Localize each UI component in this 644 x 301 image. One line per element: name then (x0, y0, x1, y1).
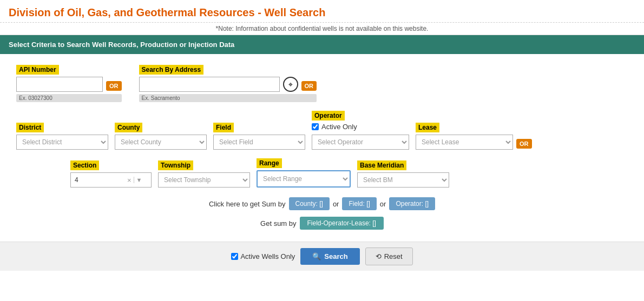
search-button[interactable]: 🔍 Search (300, 248, 359, 265)
township-select[interactable]: Select Township (158, 172, 250, 188)
operator-active-only-checkbox[interactable] (312, 123, 319, 130)
range-label: Range (257, 158, 282, 168)
reset-button[interactable]: ⟲ Reset (365, 248, 413, 265)
sum-or-1: or (333, 200, 339, 208)
address-hint: Ex. Sacramento (139, 94, 317, 102)
geo-locate-button[interactable]: ⌖ (283, 77, 298, 92)
township-label: Township (158, 160, 193, 170)
lease-select[interactable]: Select Lease (416, 135, 513, 150)
county-select[interactable]: Select County (115, 135, 207, 150)
sum-prefix-2: Get sum by (260, 219, 296, 228)
section-input[interactable] (71, 173, 125, 187)
sum-fol-button[interactable]: Field-Operator-Lease: [] (300, 217, 384, 230)
sum-or-2: or (380, 200, 386, 208)
active-wells-label[interactable]: Active Wells Only (231, 252, 295, 260)
range-select[interactable]: Select Range (258, 171, 350, 186)
operator-label: Operator (312, 111, 345, 121)
api-hint: Ex. 03027300 (16, 94, 122, 102)
sum-county-button[interactable]: County: [] (289, 197, 330, 210)
address-label: Search By Address (139, 65, 204, 75)
field-select[interactable]: Select Field (213, 135, 305, 150)
operator-active-only-label: Active Only (321, 123, 357, 131)
criteria-bar: Select Criteria to Search Well Records, … (0, 35, 644, 54)
search-label: Search (324, 252, 347, 260)
base-meridian-label: Base Meridian (357, 160, 406, 170)
address-input[interactable] (139, 77, 280, 92)
api-or-badge: OR (106, 81, 122, 91)
county-label: County (115, 123, 142, 132)
search-icon: 🔍 (312, 252, 321, 260)
address-or-badge: OR (301, 81, 317, 91)
range-select-wrap: Select Range (257, 170, 351, 188)
footer-bar: Active Wells Only 🔍 Search ⟲ Reset (0, 242, 644, 271)
sum-operator-button[interactable]: Operator: [] (389, 197, 435, 210)
district-label: District (16, 123, 44, 132)
sum-field-button[interactable]: Field: [] (342, 197, 376, 210)
lease-label: Lease (416, 123, 439, 132)
api-number-label: API Number (16, 65, 59, 75)
reset-label: Reset (384, 252, 403, 260)
section-dropdown-icon[interactable]: ▼ (134, 177, 144, 183)
api-number-input[interactable] (16, 77, 103, 92)
field-label: Field (213, 123, 234, 132)
reset-icon: ⟲ (376, 252, 382, 260)
active-wells-checkbox[interactable] (231, 253, 238, 260)
sum-prefix-1: Click here to get Sum by (209, 200, 286, 208)
lease-or-badge: OR (516, 139, 532, 149)
section-clear-icon[interactable]: × (125, 176, 134, 184)
section-input-wrap: × ▼ (70, 172, 152, 188)
section-label: Section (70, 160, 99, 170)
active-wells-text: Active Wells Only (240, 252, 295, 260)
page-title: Division of Oil, Gas, and Geothermal Res… (0, 0, 644, 23)
operator-select[interactable]: Select Operator (312, 135, 409, 150)
district-select[interactable]: Select District (16, 135, 108, 150)
base-meridian-select[interactable]: Select BM (357, 172, 449, 188)
note-bar: *Note: Information about confidential we… (0, 23, 644, 35)
